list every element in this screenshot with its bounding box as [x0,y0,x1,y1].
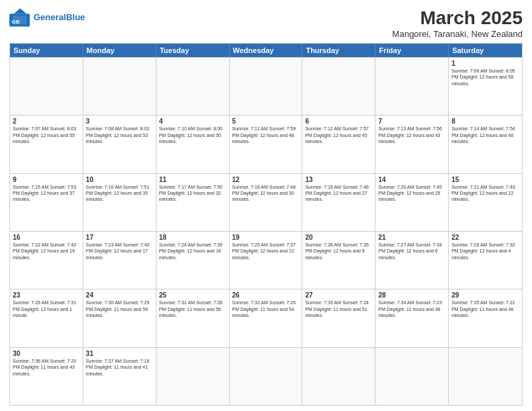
day-cell-31: 31Sunrise: 7:37 AM Sunset: 7:18 PM Dayli… [83,348,157,405]
day-info: Sunrise: 7:26 AM Sunset: 7:35 PM Dayligh… [305,242,372,261]
day-info: Sunrise: 7:28 AM Sunset: 7:32 PM Dayligh… [451,242,519,261]
header-day-wednesday: Wednesday [230,44,303,57]
svg-marker-1 [13,8,26,13]
logo-text: GeneralBlue [34,13,85,22]
day-info: Sunrise: 7:15 AM Sunset: 7:53 PM Dayligh… [13,184,80,203]
day-info: Sunrise: 7:21 AM Sunset: 7:43 PM Dayligh… [451,184,519,203]
day-info: Sunrise: 7:37 AM Sunset: 7:18 PM Dayligh… [86,358,153,377]
day-cell-30: 30Sunrise: 7:36 AM Sunset: 7:20 PM Dayli… [10,348,83,405]
calendar-header: SundayMondayTuesdayWednesdayThursdayFrid… [10,44,522,57]
main-title: March 2025 [392,8,523,29]
empty-cell-5-3 [230,348,303,405]
day-cell-27: 27Sunrise: 7:33 AM Sunset: 7:24 PM Dayli… [302,289,375,347]
day-number: 20 [305,234,372,241]
day-number: 2 [13,118,80,125]
day-cell-15: 15Sunrise: 7:21 AM Sunset: 7:43 PM Dayli… [449,174,522,231]
day-cell-25: 25Sunrise: 7:31 AM Sunset: 7:28 PM Dayli… [157,289,230,347]
day-number: 7 [378,118,445,125]
day-info: Sunrise: 7:27 AM Sunset: 7:34 PM Dayligh… [378,242,445,261]
day-info: Sunrise: 7:19 AM Sunset: 7:46 PM Dayligh… [305,184,372,203]
day-info: Sunrise: 7:11 AM Sunset: 7:59 PM Dayligh… [232,126,300,144]
day-cell-14: 14Sunrise: 7:20 AM Sunset: 7:45 PM Dayli… [375,174,449,231]
svg-text:GB: GB [11,19,19,25]
day-info: Sunrise: 7:30 AM Sunset: 7:29 PM Dayligh… [86,300,153,318]
empty-cell-0-5 [375,58,449,115]
day-info: Sunrise: 7:08 AM Sunset: 8:02 PM Dayligh… [86,126,153,144]
day-info: Sunrise: 7:24 AM Sunset: 7:39 PM Dayligh… [159,242,226,261]
day-cell-8: 8Sunrise: 7:14 AM Sunset: 7:54 PM Daylig… [449,116,522,173]
day-cell-23: 23Sunrise: 7:29 AM Sunset: 7:31 PM Dayli… [10,289,83,347]
empty-cell-0-0 [10,58,83,115]
day-number: 12 [232,176,300,183]
empty-cell-5-4 [302,348,375,405]
header-day-saturday: Saturday [449,44,522,57]
day-info: Sunrise: 7:35 AM Sunset: 7:21 PM Dayligh… [451,300,519,318]
day-info: Sunrise: 7:29 AM Sunset: 7:31 PM Dayligh… [13,300,80,318]
day-number: 6 [305,118,372,125]
day-info: Sunrise: 7:32 AM Sunset: 7:26 PM Dayligh… [232,300,300,318]
header-day-thursday: Thursday [302,44,375,57]
day-info: Sunrise: 7:36 AM Sunset: 7:20 PM Dayligh… [13,358,80,377]
day-cell-18: 18Sunrise: 7:24 AM Sunset: 7:39 PM Dayli… [157,232,230,289]
day-number: 18 [159,234,226,241]
day-number: 10 [86,176,153,183]
day-cell-24: 24Sunrise: 7:30 AM Sunset: 7:29 PM Dayli… [83,289,157,347]
day-cell-2: 2Sunrise: 7:07 AM Sunset: 8:03 PM Daylig… [10,116,83,173]
day-info: Sunrise: 7:14 AM Sunset: 7:54 PM Dayligh… [451,126,519,144]
day-number: 4 [159,118,226,125]
header: GB GeneralBlue March 2025 Mangorei, Tara… [9,8,523,39]
title-block: March 2025 Mangorei, Taranaki, New Zeala… [392,8,523,39]
calendar-row-2: 9Sunrise: 7:15 AM Sunset: 7:53 PM Daylig… [10,173,522,231]
day-cell-5: 5Sunrise: 7:11 AM Sunset: 7:59 PM Daylig… [230,116,303,173]
empty-cell-0-1 [83,58,157,115]
day-number: 19 [232,234,300,241]
day-number: 8 [451,118,519,125]
day-info: Sunrise: 7:12 AM Sunset: 7:57 PM Dayligh… [305,126,372,144]
page: GB GeneralBlue March 2025 Mangorei, Tara… [0,0,532,411]
day-number: 14 [378,176,445,183]
day-number: 25 [159,291,226,299]
calendar-row-3: 16Sunrise: 7:22 AM Sunset: 7:42 PM Dayli… [10,231,522,289]
day-info: Sunrise: 7:25 AM Sunset: 7:37 PM Dayligh… [232,242,300,261]
logo-general: General [34,12,66,22]
day-number: 31 [86,350,153,357]
calendar-row-0: 1Sunrise: 7:06 AM Sunset: 8:05 PM Daylig… [10,57,522,115]
day-number: 30 [13,350,80,357]
empty-cell-0-3 [230,58,303,115]
day-cell-11: 11Sunrise: 7:17 AM Sunset: 7:50 PM Dayli… [157,174,230,231]
day-info: Sunrise: 7:13 AM Sunset: 7:56 PM Dayligh… [378,126,445,144]
day-cell-7: 7Sunrise: 7:13 AM Sunset: 7:56 PM Daylig… [375,116,449,173]
day-cell-21: 21Sunrise: 7:27 AM Sunset: 7:34 PM Dayli… [375,232,449,289]
day-cell-13: 13Sunrise: 7:19 AM Sunset: 7:46 PM Dayli… [302,174,375,231]
day-cell-4: 4Sunrise: 7:10 AM Sunset: 8:00 PM Daylig… [157,116,230,173]
header-day-tuesday: Tuesday [157,44,230,57]
empty-cell-0-4 [302,58,375,115]
day-number: 3 [86,118,153,125]
day-cell-3: 3Sunrise: 7:08 AM Sunset: 8:02 PM Daylig… [83,116,157,173]
day-info: Sunrise: 7:34 AM Sunset: 7:23 PM Dayligh… [378,300,445,318]
day-number: 9 [13,176,80,183]
day-cell-29: 29Sunrise: 7:35 AM Sunset: 7:21 PM Dayli… [449,289,522,347]
generalblue-logo-icon: GB [9,8,31,27]
day-number: 26 [232,291,300,299]
day-info: Sunrise: 7:17 AM Sunset: 7:50 PM Dayligh… [159,184,226,203]
empty-cell-5-5 [375,348,449,405]
day-info: Sunrise: 7:06 AM Sunset: 8:05 PM Dayligh… [451,68,519,87]
day-number: 27 [305,291,372,299]
day-cell-20: 20Sunrise: 7:26 AM Sunset: 7:35 PM Dayli… [302,232,375,289]
header-day-sunday: Sunday [10,44,83,57]
subtitle: Mangorei, Taranaki, New Zealand [392,29,523,39]
calendar-row-5: 30Sunrise: 7:36 AM Sunset: 7:20 PM Dayli… [10,347,522,405]
day-number: 22 [451,234,519,241]
day-number: 17 [86,234,153,241]
header-day-monday: Monday [83,44,157,57]
day-cell-26: 26Sunrise: 7:32 AM Sunset: 7:26 PM Dayli… [230,289,303,347]
empty-cell-5-2 [157,348,230,405]
day-number: 23 [13,291,80,299]
calendar-body: 1Sunrise: 7:06 AM Sunset: 8:05 PM Daylig… [10,57,522,405]
day-info: Sunrise: 7:22 AM Sunset: 7:42 PM Dayligh… [13,242,80,261]
day-cell-16: 16Sunrise: 7:22 AM Sunset: 7:42 PM Dayli… [10,232,83,289]
empty-cell-0-2 [157,58,230,115]
day-info: Sunrise: 7:31 AM Sunset: 7:28 PM Dayligh… [159,300,226,318]
day-number: 1 [451,60,519,67]
